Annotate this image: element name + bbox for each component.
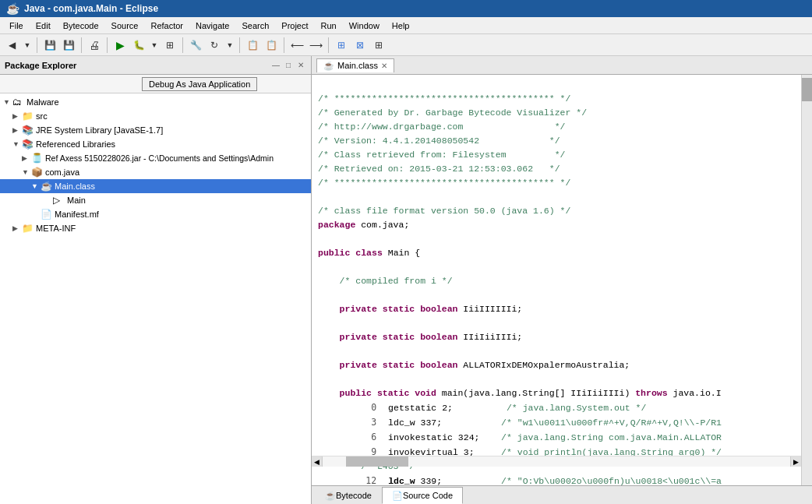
minimize-panel-btn[interactable]: — <box>270 60 281 71</box>
menu-navigate[interactable]: Navigate <box>189 19 235 32</box>
tree-item-manifest[interactable]: 📄 Manifest.mf <box>0 207 311 221</box>
editor-panel: ☕ Main.class ✕ /* **********************… <box>312 56 812 504</box>
maximize-panel-btn[interactable]: □ <box>283 60 294 71</box>
jar-icon: 🫙 <box>31 153 44 164</box>
code-line-12: public class Main { <box>318 248 420 258</box>
expand-mainclass-icon[interactable]: ▼ <box>31 182 41 190</box>
toolbar-refresh2-btn[interactable]: ▼ <box>224 37 235 54</box>
menu-help[interactable]: Help <box>386 19 416 32</box>
horizontal-scrollbar[interactable]: ◀ ▶ <box>312 456 801 467</box>
code-line-1: /* *************************************… <box>318 93 570 104</box>
menu-refactor[interactable]: Refactor <box>144 19 189 32</box>
tree-item-src[interactable]: ▶ 📁 src <box>0 109 311 123</box>
vertical-scrollbar[interactable] <box>801 75 812 485</box>
class-icon: ☕ <box>41 181 53 192</box>
toolbar-sep-1 <box>37 37 37 53</box>
code-line-16: private static boolean IiiIIIIIIi; <box>318 304 522 314</box>
toolbar-profile-btn[interactable]: ⊞ <box>161 37 178 54</box>
toolbar-ext-tools-btn[interactable]: 🔧 <box>187 37 204 54</box>
tree-item-axess-jar[interactable]: ▶ 🫙 Ref Axess 5150228026.jar - C:\Docume… <box>0 151 311 165</box>
menu-run[interactable]: Run <box>315 19 343 32</box>
toolbar: ◀ ▼ 💾 💾 🖨 ▶ 🐛 ▼ ⊞ 🔧 ↻ ▼ 📋 📋 ⟵ ⟶ ⊞ ⊠ ⊞ <box>0 34 812 56</box>
toolbar-dropdown-btn[interactable]: ▼ <box>22 37 33 54</box>
expand-src-icon[interactable]: ▶ <box>12 112 22 120</box>
bytecode-tab-icon: ☕ <box>325 491 336 501</box>
code-editor[interactable]: /* *************************************… <box>312 75 812 485</box>
toolbar-perspective2-btn[interactable]: ⊠ <box>351 37 369 54</box>
toolbar-new-btn[interactable]: ◀ <box>3 37 20 54</box>
editor-tab-close-btn[interactable]: ✕ <box>381 62 387 70</box>
toolbar-dropdown2-btn[interactable]: ▼ <box>149 37 160 54</box>
code-line-20: private static boolean ALLATORIxDEMOxpal… <box>318 360 630 370</box>
bytecode-tab[interactable]: ☕ Bytecode <box>315 487 382 504</box>
code-line-18: private static boolean IIiIiiIIIi; <box>318 332 522 342</box>
scroll-right-btn[interactable]: ▶ <box>790 456 801 467</box>
code-line-25: 6 invokestatic 324; /* java.lang.String … <box>318 432 722 442</box>
axess-jar-label: Ref Axess 5150228026.jar - C:\Documents … <box>45 153 274 163</box>
toolbar-sep-4 <box>182 37 183 53</box>
menu-edit[interactable]: Edit <box>30 19 57 32</box>
editor-tab-main-class[interactable]: ☕ Main.class ✕ <box>316 58 394 72</box>
package-explorer-header: Package Explorer — □ ✕ <box>0 56 311 75</box>
menu-bytecode[interactable]: Bytecode <box>57 19 105 32</box>
expand-jre-icon[interactable]: ▶ <box>12 126 22 134</box>
code-line-23: 0 getstatic 2; /* java.lang.System.out *… <box>318 403 646 413</box>
toolbar-refresh-btn[interactable]: ↻ <box>206 37 223 54</box>
title-bar: ☕ Java - com.java.Main - Eclipse <box>0 0 812 17</box>
code-line-28: 12 ldc_w 339; /* "O:Vb\u0002o\u000fn)u\u… <box>318 476 722 485</box>
close-panel-btn[interactable]: ✕ <box>295 60 306 71</box>
main-method-label: Main <box>67 196 86 205</box>
manifest-icon: 📄 <box>41 209 53 220</box>
toolbar-open-task-btn[interactable]: 📋 <box>244 37 261 54</box>
h-scroll-track[interactable] <box>323 456 790 467</box>
toolbar-perspective-btn[interactable]: ⊞ <box>333 37 350 54</box>
ref-libs-icon: 📚 <box>22 139 34 150</box>
code-line-6: /* Retrieved on: 2015-03-21 12:53:03.062… <box>318 164 560 174</box>
panel-title: Package Explorer <box>5 61 76 70</box>
toolbar-debug-btn[interactable]: 🐛 <box>130 37 147 54</box>
tree-item-meta-inf[interactable]: ▶ 📁 META-INF <box>0 221 311 235</box>
toolbar-save-all-btn[interactable]: 💾 <box>60 37 77 54</box>
menu-search[interactable]: Search <box>235 19 275 32</box>
scroll-thumb[interactable] <box>802 78 812 101</box>
code-line-22: public static void main(java.lang.String… <box>318 388 722 398</box>
tree-item-main-method[interactable]: ▷ Main <box>0 193 311 207</box>
source-code-tab[interactable]: 📄 Source Code <box>382 487 463 504</box>
menu-source[interactable]: Source <box>105 19 145 32</box>
bytecode-tab-label: Bytecode <box>336 491 372 500</box>
project-tree[interactable]: ▼ 🗂 Malware ▶ 📁 src ▶ 📚 JRE System Libra… <box>0 93 311 504</box>
toolbar-perspective3-btn[interactable]: ⊞ <box>370 37 387 54</box>
ref-libs-label: Referenced Libraries <box>36 139 115 149</box>
expand-axess-icon[interactable]: ▶ <box>22 154 31 162</box>
h-scroll-thumb[interactable] <box>346 456 408 467</box>
expand-malware-icon[interactable]: ▼ <box>3 98 12 106</box>
code-line-3: /* http://www.drgarbage.com */ <box>318 122 565 132</box>
toolbar-forward-btn[interactable]: ⟶ <box>307 37 324 54</box>
menu-file[interactable]: File <box>3 19 30 32</box>
main-class-label: Main.class <box>55 182 95 191</box>
expand-comjava-icon[interactable]: ▼ <box>22 168 31 176</box>
toolbar-print-btn[interactable]: 🖨 <box>86 37 103 54</box>
debug-as-java-app-button[interactable]: Debug As Java Application <box>142 77 257 91</box>
expand-metainf-icon[interactable]: ▶ <box>12 224 22 232</box>
toolbar-sep-7 <box>328 37 329 53</box>
package-icon: 📦 <box>31 167 44 178</box>
editor-header: ☕ Main.class ✕ <box>312 56 812 75</box>
tree-item-main-class[interactable]: ▼ ☕ Main.class <box>0 179 311 193</box>
menu-project[interactable]: Project <box>275 19 314 32</box>
toolbar-run-btn[interactable]: ▶ <box>111 37 129 54</box>
debug-toolbar: Debug As Java Application <box>0 75 311 93</box>
scroll-left-btn[interactable]: ◀ <box>312 456 323 467</box>
toolbar-mark-btn[interactable]: 📋 <box>263 37 280 54</box>
tree-item-com-java[interactable]: ▼ 📦 com.java <box>0 165 311 179</box>
tree-item-ref-libs[interactable]: ▼ 📚 Referenced Libraries <box>0 137 311 151</box>
expand-reflibs-icon[interactable]: ▼ <box>12 140 22 148</box>
tree-item-jre[interactable]: ▶ 📚 JRE System Library [JavaSE-1.7] <box>0 123 311 137</box>
package-explorer-panel: Package Explorer — □ ✕ Debug As Java App… <box>0 56 312 504</box>
tree-item-malware[interactable]: ▼ 🗂 Malware <box>0 95 311 109</box>
menu-window[interactable]: Window <box>343 19 386 32</box>
code-line-10: package com.java; <box>318 220 409 230</box>
toolbar-save-btn[interactable]: 💾 <box>41 37 58 54</box>
editor-bottom-tabs: ☕ Bytecode 📄 Source Code <box>312 485 812 504</box>
toolbar-back-btn[interactable]: ⟵ <box>288 37 305 54</box>
